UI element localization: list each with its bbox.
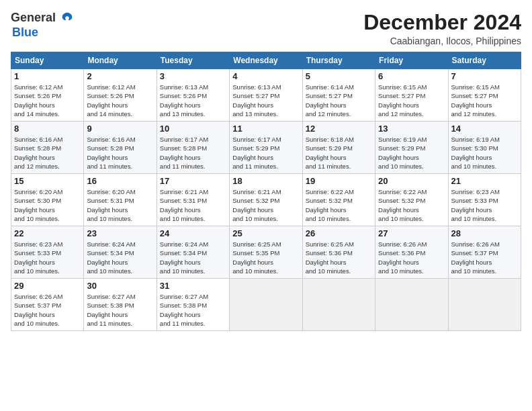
day-info: Sunrise: 6:21 AMSunset: 5:31 PMDaylight … xyxy=(160,188,208,222)
calendar-table: Sunday Monday Tuesday Wednesday Thursday… xyxy=(11,52,521,331)
table-row: 23 Sunrise: 6:24 AMSunset: 5:34 PMDaylig… xyxy=(84,226,157,279)
day-info: Sunrise: 6:24 AMSunset: 5:34 PMDaylight … xyxy=(160,240,208,275)
day-info: Sunrise: 6:22 AMSunset: 5:32 PMDaylight … xyxy=(306,188,354,222)
calendar-header-row: Sunday Monday Tuesday Wednesday Thursday… xyxy=(11,52,521,69)
table-row: 15 Sunrise: 6:20 AMSunset: 5:30 PMDaylig… xyxy=(11,174,84,226)
day-info: Sunrise: 6:23 AMSunset: 5:33 PMDaylight … xyxy=(14,240,62,275)
logo-blue: Blue xyxy=(12,26,38,40)
day-number: 15 xyxy=(14,176,81,186)
calendar-week-row: 8 Sunrise: 6:16 AMSunset: 5:28 PMDayligh… xyxy=(11,122,521,174)
day-number: 16 xyxy=(87,176,153,186)
col-sunday: Sunday xyxy=(11,52,84,69)
table-row xyxy=(230,279,302,331)
table-row: 1 Sunrise: 6:12 AMSunset: 5:26 PMDayligh… xyxy=(11,69,84,122)
table-row: 22 Sunrise: 6:23 AMSunset: 5:33 PMDaylig… xyxy=(11,226,84,279)
day-info: Sunrise: 6:23 AMSunset: 5:33 PMDaylight … xyxy=(451,188,500,222)
day-info: Sunrise: 6:17 AMSunset: 5:28 PMDaylight … xyxy=(160,136,208,170)
table-row xyxy=(448,279,521,331)
day-number: 18 xyxy=(232,176,299,186)
table-row: 8 Sunrise: 6:16 AMSunset: 5:28 PMDayligh… xyxy=(11,122,84,174)
day-number: 30 xyxy=(87,281,153,291)
day-number: 23 xyxy=(87,228,153,238)
day-info: Sunrise: 6:15 AMSunset: 5:27 PMDaylight … xyxy=(451,83,500,118)
calendar-week-row: 15 Sunrise: 6:20 AMSunset: 5:30 PMDaylig… xyxy=(11,174,521,226)
day-info: Sunrise: 6:17 AMSunset: 5:29 PMDaylight … xyxy=(232,136,281,170)
day-info: Sunrise: 6:20 AMSunset: 5:30 PMDaylight … xyxy=(14,188,62,222)
location-title: Caabiangan, Ilocos, Philippines xyxy=(363,36,521,46)
table-row: 13 Sunrise: 6:19 AMSunset: 5:29 PMDaylig… xyxy=(375,122,448,174)
table-row: 31 Sunrise: 6:27 AMSunset: 5:38 PMDaylig… xyxy=(157,279,229,331)
header: General Blue December 2024 Caabiangan, I… xyxy=(11,11,521,46)
day-info: Sunrise: 6:13 AMSunset: 5:27 PMDaylight … xyxy=(232,83,281,118)
table-row: 27 Sunrise: 6:26 AMSunset: 5:36 PMDaylig… xyxy=(375,226,448,279)
day-info: Sunrise: 6:24 AMSunset: 5:34 PMDaylight … xyxy=(87,240,135,275)
day-info: Sunrise: 6:12 AMSunset: 5:26 PMDaylight … xyxy=(87,83,135,118)
col-tuesday: Tuesday xyxy=(157,52,229,69)
day-info: Sunrise: 6:19 AMSunset: 5:30 PMDaylight … xyxy=(451,136,500,170)
table-row: 25 Sunrise: 6:25 AMSunset: 5:35 PMDaylig… xyxy=(230,226,302,279)
day-info: Sunrise: 6:14 AMSunset: 5:27 PMDaylight … xyxy=(306,83,354,118)
day-number: 9 xyxy=(87,124,153,134)
table-row: 30 Sunrise: 6:27 AMSunset: 5:38 PMDaylig… xyxy=(84,279,157,331)
logo-text: General xyxy=(11,11,75,26)
table-row: 19 Sunrise: 6:22 AMSunset: 5:32 PMDaylig… xyxy=(302,174,375,226)
col-thursday: Thursday xyxy=(302,52,375,69)
day-number: 27 xyxy=(378,228,445,238)
calendar-week-row: 29 Sunrise: 6:26 AMSunset: 5:37 PMDaylig… xyxy=(11,279,521,331)
col-friday: Friday xyxy=(375,52,448,69)
day-number: 26 xyxy=(306,228,372,238)
day-number: 6 xyxy=(378,71,445,81)
day-info: Sunrise: 6:15 AMSunset: 5:27 PMDaylight … xyxy=(378,83,427,118)
day-number: 31 xyxy=(160,281,226,291)
day-number: 4 xyxy=(232,71,299,81)
table-row: 6 Sunrise: 6:15 AMSunset: 5:27 PMDayligh… xyxy=(375,69,448,122)
table-row: 18 Sunrise: 6:21 AMSunset: 5:32 PMDaylig… xyxy=(230,174,302,226)
day-info: Sunrise: 6:20 AMSunset: 5:31 PMDaylight … xyxy=(87,188,135,222)
table-row: 7 Sunrise: 6:15 AMSunset: 5:27 PMDayligh… xyxy=(448,69,521,122)
day-number: 25 xyxy=(232,228,299,238)
day-info: Sunrise: 6:13 AMSunset: 5:26 PMDaylight … xyxy=(160,83,208,118)
table-row: 20 Sunrise: 6:22 AMSunset: 5:32 PMDaylig… xyxy=(375,174,448,226)
table-row: 9 Sunrise: 6:16 AMSunset: 5:28 PMDayligh… xyxy=(84,122,157,174)
table-row: 4 Sunrise: 6:13 AMSunset: 5:27 PMDayligh… xyxy=(230,69,302,122)
day-info: Sunrise: 6:25 AMSunset: 5:36 PMDaylight … xyxy=(306,240,354,275)
day-info: Sunrise: 6:26 AMSunset: 5:37 PMDaylight … xyxy=(14,293,62,327)
day-info: Sunrise: 6:16 AMSunset: 5:28 PMDaylight … xyxy=(87,136,135,170)
day-info: Sunrise: 6:27 AMSunset: 5:38 PMDaylight … xyxy=(160,293,208,327)
title-block: December 2024 Caabiangan, Ilocos, Philip… xyxy=(363,11,521,46)
page: General Blue December 2024 Caabiangan, I… xyxy=(0,0,532,411)
day-number: 14 xyxy=(451,124,518,134)
day-info: Sunrise: 6:25 AMSunset: 5:35 PMDaylight … xyxy=(232,240,281,275)
day-number: 24 xyxy=(160,228,226,238)
table-row: 5 Sunrise: 6:14 AMSunset: 5:27 PMDayligh… xyxy=(302,69,375,122)
day-number: 28 xyxy=(451,228,518,238)
table-row: 11 Sunrise: 6:17 AMSunset: 5:29 PMDaylig… xyxy=(230,122,302,174)
table-row: 16 Sunrise: 6:20 AMSunset: 5:31 PMDaylig… xyxy=(84,174,157,226)
day-info: Sunrise: 6:26 AMSunset: 5:36 PMDaylight … xyxy=(378,240,427,275)
day-info: Sunrise: 6:22 AMSunset: 5:32 PMDaylight … xyxy=(378,188,427,222)
table-row: 29 Sunrise: 6:26 AMSunset: 5:37 PMDaylig… xyxy=(11,279,84,331)
table-row: 24 Sunrise: 6:24 AMSunset: 5:34 PMDaylig… xyxy=(157,226,229,279)
table-row: 26 Sunrise: 6:25 AMSunset: 5:36 PMDaylig… xyxy=(302,226,375,279)
day-number: 13 xyxy=(378,124,445,134)
month-title: December 2024 xyxy=(363,11,521,34)
day-number: 5 xyxy=(306,71,372,81)
day-number: 17 xyxy=(160,176,226,186)
day-info: Sunrise: 6:18 AMSunset: 5:29 PMDaylight … xyxy=(306,136,354,170)
col-wednesday: Wednesday xyxy=(230,52,302,69)
day-number: 12 xyxy=(306,124,372,134)
day-number: 22 xyxy=(14,228,81,238)
day-info: Sunrise: 6:16 AMSunset: 5:28 PMDaylight … xyxy=(14,136,62,170)
day-number: 11 xyxy=(232,124,299,134)
day-number: 7 xyxy=(451,71,518,81)
day-number: 20 xyxy=(378,176,445,186)
table-row: 10 Sunrise: 6:17 AMSunset: 5:28 PMDaylig… xyxy=(157,122,229,174)
table-row xyxy=(375,279,448,331)
table-row: 2 Sunrise: 6:12 AMSunset: 5:26 PMDayligh… xyxy=(84,69,157,122)
day-info: Sunrise: 6:27 AMSunset: 5:38 PMDaylight … xyxy=(87,293,135,327)
calendar-week-row: 1 Sunrise: 6:12 AMSunset: 5:26 PMDayligh… xyxy=(11,69,521,122)
table-row xyxy=(302,279,375,331)
day-number: 21 xyxy=(451,176,518,186)
table-row: 14 Sunrise: 6:19 AMSunset: 5:30 PMDaylig… xyxy=(448,122,521,174)
day-info: Sunrise: 6:21 AMSunset: 5:32 PMDaylight … xyxy=(232,188,281,222)
